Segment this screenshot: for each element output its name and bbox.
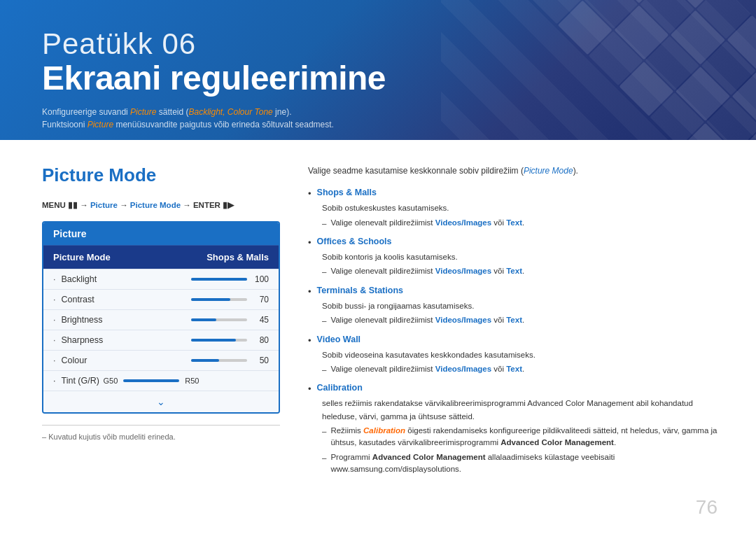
bullet-videowall: • Video Wall Sobib videoseina kasutavate… [308, 335, 718, 377]
contrast-label: Contrast [61, 295, 191, 304]
page-number: 76 [696, 496, 718, 519]
bullet-calibration: • Calibration selles režiimis rakendatak… [308, 383, 718, 475]
calibration-body: selles režiimis rakendatakse värvikalibr… [308, 397, 718, 475]
main-content: Picture Mode MENU ▮▮ → Picture → Picture… [0, 140, 756, 513]
bullet-shops: • Shops & Malls Sobib ostukeskustes kasu… [308, 188, 718, 230]
colour-value: 50 [251, 356, 269, 365]
picture-box-header: Picture [43, 223, 279, 245]
picture-mode-value: Shops & Malls [206, 252, 269, 262]
brightness-item: · Brightness 45 [43, 309, 279, 330]
backlight-item: · Backlight 100 [43, 269, 279, 289]
menu-path: MENU ▮▮ → Picture → Picture Mode → ENTER… [42, 200, 280, 210]
tint-g-value: G50 [103, 377, 118, 385]
colour-label: Colour [61, 356, 191, 365]
shops-title: Shops & Malls [317, 188, 377, 197]
shops-body: Sobib ostukeskustes kasutamiseks. – Vali… [308, 202, 718, 230]
picture-mode-label: Picture Mode [53, 252, 111, 262]
page-header: Peatükk 06 Ekraani reguleerimine Konfigu… [0, 0, 756, 140]
footer-note: – Kuvatud kujutis võib mudeliti erineda. [42, 425, 280, 441]
terminals-title: Terminals & Stations [317, 286, 403, 295]
chevron-down-icon: ⌄ [157, 396, 165, 407]
backlight-label: Backlight [61, 274, 191, 284]
offices-body: Sobib kontoris ja koolis kasutamiseks. –… [308, 251, 718, 279]
videowall-body: Sobib videoseina kasutavates keskkondade… [308, 349, 718, 377]
calibration-title: Calibration [317, 383, 363, 393]
intro-text: Valige seadme kasutamise keskkonnale sob… [308, 164, 718, 178]
sharpness-label: Sharpness [61, 335, 191, 345]
tint-r-value: R50 [185, 377, 199, 385]
chevron-row: ⌄ [43, 391, 279, 412]
tint-label: Tint (G/R) [61, 376, 103, 386]
bullet-terminals: • Terminals & Stations Sobib bussi- ja r… [308, 286, 718, 328]
tint-item: · Tint (G/R) G50 R50 [43, 370, 279, 391]
bullet-offices: • Offices & Schools Sobib kontoris ja ko… [308, 237, 718, 279]
backlight-value: 100 [251, 274, 269, 284]
left-column: Picture Mode MENU ▮▮ → Picture → Picture… [42, 164, 280, 499]
contrast-item: · Contrast 70 [43, 289, 279, 309]
picture-mode-row: Picture Mode Shops & Malls [43, 245, 279, 269]
brightness-label: Brightness [61, 315, 191, 325]
colour-item: · Colour 50 [43, 350, 279, 370]
offices-title: Offices & Schools [317, 237, 392, 246]
picture-ui-box: Picture Picture Mode Shops & Malls · Bac… [42, 221, 280, 414]
contrast-value: 70 [251, 295, 269, 304]
sharpness-value: 80 [251, 335, 269, 345]
right-column: Valige seadme kasutamise keskkonnale sob… [308, 164, 718, 499]
brightness-value: 45 [251, 315, 269, 325]
sharpness-item: · Sharpness 80 [43, 330, 279, 350]
videowall-title: Video Wall [317, 335, 361, 344]
decorative-pattern [420, 0, 756, 140]
picture-mode-link: Picture Mode [524, 166, 573, 176]
section-title: Picture Mode [42, 164, 280, 186]
terminals-body: Sobib bussi- ja rongijaamas kasutamiseks… [308, 300, 718, 328]
